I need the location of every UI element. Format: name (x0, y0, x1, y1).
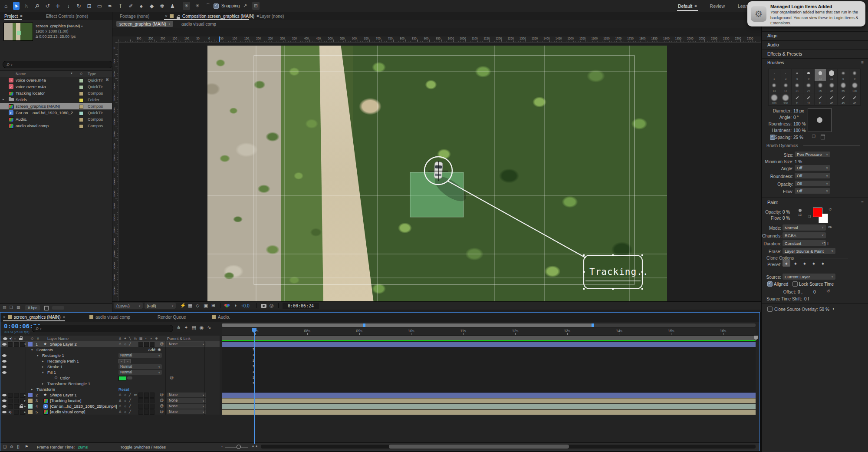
paint-duration-frames[interactable]: 1 f (824, 241, 829, 246)
timeline-search-input[interactable]: ⚲∨ (32, 325, 173, 332)
clone-source-dropdown[interactable]: Current Layer∨ (783, 274, 835, 280)
transfer-cell[interactable] (138, 409, 143, 415)
item-name[interactable]: Audio. (16, 117, 27, 122)
brush-preset-19[interactable]: 19 (826, 69, 838, 81)
parent-link-column[interactable]: Parent & Link (167, 337, 191, 341)
layer-row-shape-layer-2[interactable]: ▾1★Shape Layer 2♙☼╱@None∨ (0, 341, 220, 347)
workspace-menu-icon[interactable]: ≡ (694, 4, 697, 8)
panel-menu-icon[interactable]: ≡ (256, 14, 259, 18)
parent-pickwhip-icon[interactable]: @ (160, 342, 164, 346)
new-folder-icon[interactable]: ❐ (10, 305, 13, 310)
brush-roundness-value[interactable]: 100 % (793, 122, 806, 126)
blend-mode-dropdown[interactable]: Normal∨ (118, 353, 162, 358)
show-snapshot-icon[interactable]: ◎ (270, 303, 274, 308)
switch-cell[interactable] (14, 404, 19, 409)
layer-name[interactable]: [Tracking locator] (50, 398, 82, 403)
brush-preset-11[interactable]: 11 (803, 93, 815, 106)
dolly-camera-tool-icon[interactable]: ↓ (65, 2, 72, 10)
eye-icon[interactable] (2, 399, 7, 402)
snap-line-icon[interactable]: ↗ (241, 2, 249, 10)
channel-rgb-icon[interactable] (224, 304, 230, 308)
property-row-transform-rectangle-1[interactable]: ▸Transform: Rectangle 1 (0, 381, 220, 387)
fast-preview-icon[interactable]: ⚡ (180, 303, 186, 308)
pen-tool-icon[interactable]: ✒ (107, 2, 113, 10)
puppet-pin-tool-icon[interactable]: ♟ (169, 2, 176, 10)
project-item-row[interactable]: screen_graphics (MAIN)Compos (0, 103, 112, 109)
brush-preset-9[interactable]: 9 (803, 69, 815, 81)
item-name[interactable]: voice overe.m4a (16, 84, 46, 89)
timeline-zoom-knob[interactable] (237, 445, 241, 449)
transfer-cell[interactable] (138, 393, 143, 398)
guides-grid-icon[interactable]: ⊞ (211, 303, 215, 308)
switches-pane-toggle-icon[interactable]: ❏ (3, 445, 7, 449)
switch-cell[interactable] (8, 342, 13, 347)
rectangle-tool-icon[interactable]: ▭ (96, 2, 103, 10)
transfer-cell[interactable] (144, 409, 149, 415)
brush-preset-65[interactable]: 65 (838, 81, 849, 93)
brush-preset-300[interactable]: 300 (780, 93, 792, 106)
eye-icon[interactable] (2, 366, 7, 368)
vertical-ruler[interactable]: 0501001502002503003504004505005506006507… (112, 42, 118, 302)
track-lane[interactable] (222, 364, 756, 370)
dyn-roundness-dropdown[interactable]: Off∨ (795, 173, 830, 178)
layer-switch-icon[interactable]: ♙ (118, 399, 122, 403)
foreground-color-swatch[interactable] (813, 208, 822, 217)
dyn-opacity-dropdown[interactable]: Off∨ (795, 181, 830, 186)
breadcrumb-other-comp[interactable]: audio visual comp (181, 22, 216, 26)
label-color-swatch[interactable] (79, 98, 83, 102)
brush-preset-45[interactable]: 45 (849, 93, 861, 106)
region-of-interest-icon[interactable]: ▣ (204, 303, 208, 308)
layer-switch-icon[interactable]: ╱ (129, 404, 131, 408)
property-name[interactable]: Rectangle 1 (42, 353, 64, 358)
track-lane[interactable] (222, 375, 756, 381)
track-lane[interactable] (222, 398, 756, 404)
layer-color-swatch[interactable] (28, 399, 33, 403)
layer-row--audio-visual-comp-[interactable]: ◄)▸5[audio visual comp]♙☼╱@None∨ (0, 409, 220, 415)
transfer-cell[interactable] (150, 398, 155, 403)
property-name[interactable]: Color (60, 376, 70, 380)
property-name[interactable]: Transform: Rectangle 1 (47, 381, 90, 386)
system-notification[interactable]: ⚙ Managed Login Items Added Your organis… (747, 1, 865, 26)
property-row-color[interactable]: ⊙Color@ (0, 375, 220, 381)
layer-switch-icon[interactable]: ╱ (129, 410, 131, 414)
layer-switch-icon[interactable]: ☼ (124, 399, 127, 403)
panel-effects-presets[interactable]: Effects & Presets (767, 51, 802, 56)
eye-icon[interactable] (2, 354, 7, 357)
aligned-checkbox[interactable] (767, 281, 773, 287)
property-pickwhip-icon[interactable]: @ (170, 376, 174, 380)
layer-switch-icon[interactable]: ♙ (118, 342, 122, 346)
clone-preset-3[interactable]: ♠ (801, 260, 809, 267)
magnification-dropdown[interactable]: (139%)∨ (114, 303, 143, 309)
layer-row-shape-layer-1[interactable]: ▸2★Shape Layer 1♙☼╱fx@None∨ (0, 392, 220, 398)
parent-dropdown[interactable]: None∨ (167, 404, 206, 409)
zoom-in-icon[interactable]: ▲▲ (251, 444, 258, 448)
transfer-pane-toggle-icon[interactable]: ⊘ (10, 445, 13, 449)
brush-preset-100[interactable]: 100 (849, 81, 861, 93)
mask-visibility-icon[interactable]: ◇ (196, 303, 199, 308)
graph-editor-icon[interactable]: ∿ (207, 325, 211, 330)
exposure-value[interactable]: +0.0 (241, 304, 250, 308)
paint-channels-dropdown[interactable]: RGBA∨ (783, 232, 826, 238)
brush-preset-5[interactable]: 5 (838, 69, 849, 81)
brush-preset-11[interactable]: 11 (792, 93, 803, 106)
label-color-swatch[interactable] (79, 124, 83, 129)
label-color-swatch[interactable] (79, 105, 83, 109)
brush-preset-3[interactable]: 3 (780, 69, 792, 81)
layer-row--tracking-locator-[interactable]: ▸3[Tracking locator]♙☼╱@None∨ (0, 398, 220, 404)
brush-preset-11[interactable]: 11 (815, 93, 826, 106)
workspace-tab-default[interactable]: Default≡ (677, 0, 698, 12)
parent-dropdown[interactable]: None∨ (167, 409, 206, 414)
delete-brush-icon[interactable] (821, 135, 825, 139)
parent-pickwhip-icon[interactable]: @ (160, 393, 164, 397)
size-slider-icon[interactable]: ↔ (125, 359, 131, 363)
offset-y-value[interactable]: 0 (813, 290, 816, 294)
track-lane[interactable] (222, 381, 756, 387)
eyedropper-icon[interactable]: ✑ (828, 224, 832, 230)
transfer-cell[interactable] (150, 404, 155, 409)
tracked-region-outline[interactable] (254, 56, 635, 284)
parent-pickwhip-icon[interactable]: @ (160, 409, 164, 414)
snapping-checkbox[interactable] (214, 3, 219, 9)
item-name[interactable]: screen_graphics (MAIN) (16, 104, 60, 109)
workspace-tab-review[interactable]: Review (709, 0, 726, 12)
new-brush-icon[interactable]: ❐ (812, 134, 815, 139)
